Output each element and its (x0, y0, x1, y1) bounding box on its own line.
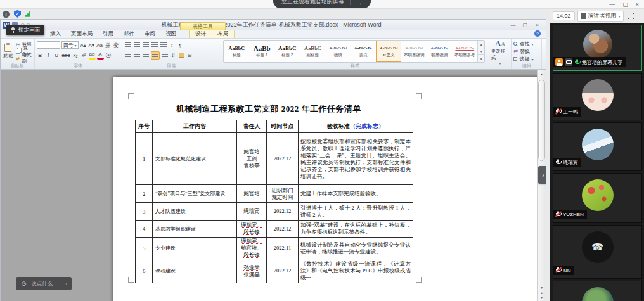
style-chip[interactable]: AaBbC标题 2 (274, 41, 300, 62)
align-left-button[interactable] (124, 51, 132, 60)
font-name-input[interactable] (37, 41, 60, 49)
align-right-button[interactable] (142, 51, 150, 60)
clipboard-group-label: 剪贴板 (3, 63, 32, 69)
highlight-color-button[interactable]: ab (89, 51, 96, 60)
justify-button[interactable] (151, 51, 160, 60)
shrink-font-button[interactable]: A▾ (88, 41, 95, 49)
find-button[interactable]: 查找▾ (513, 41, 539, 48)
collapse-chat-icon[interactable]: ‹ (65, 281, 67, 287)
sidebar-toggle-handle[interactable]: › (538, 166, 546, 184)
ribbon-tab[interactable]: 引用 (98, 30, 119, 38)
distribute-button[interactable] (161, 51, 169, 60)
participant-list: 鲍官培的屏幕共享王一鸣绳瑞宾YUZHEN☎lulu (550, 23, 644, 301)
bullets-button[interactable] (124, 41, 132, 49)
style-chip[interactable]: AaBbCcDc明显强调 (427, 41, 452, 62)
strikethrough-button[interactable]: abc (61, 51, 71, 60)
ribbon-tab[interactable]: 邮件 (119, 30, 139, 38)
style-chip[interactable]: AABbCcDo不明显参考 (452, 41, 477, 62)
select-button[interactable]: 选择▾ (513, 56, 539, 63)
style-chip[interactable]: AaBbC副标题 (300, 41, 325, 62)
page[interactable]: 机械制造工程系教工党支部 2022 年工作任务清单 序号 工作内容 责任人 时间… (113, 77, 543, 301)
underline-button[interactable]: U (53, 51, 60, 60)
style-chip[interactable]: AaBbCcDd↵正文 (376, 41, 401, 62)
decrease-indent-button[interactable] (151, 41, 158, 49)
shield-icon[interactable]: ✓ (14, 10, 21, 18)
format-painter-button[interactable]: 格式刷 (16, 55, 32, 61)
gallery-scroll-icon[interactable]: ▼ (478, 54, 484, 62)
change-styles-label-space (491, 65, 510, 69)
font-color-button[interactable]: A (97, 51, 104, 60)
cell-owners: 绳瑞宾 (237, 203, 267, 221)
bold-button[interactable]: B (37, 51, 44, 60)
gallery-scroll-icon[interactable]: ▼ (478, 48, 484, 54)
grow-font-button[interactable]: A▴ (80, 41, 87, 49)
style-chip[interactable]: AaBbCcDd强调 (325, 41, 351, 62)
word-close-button[interactable]: × (532, 22, 543, 29)
close-button[interactable]: × (636, 1, 639, 8)
increase-indent-button[interactable] (160, 41, 167, 49)
change-case-button[interactable]: Aa (96, 41, 103, 49)
subscript-button[interactable]: x₂ (72, 51, 79, 60)
chat-bar[interactable]: ☺ 说点什么... ‹ (16, 277, 72, 290)
owner-name: 绳瑞宾 (237, 208, 266, 215)
ribbon-context-tab[interactable]: 设计 (190, 30, 212, 38)
ribbon-tab[interactable]: 审阅 (139, 30, 160, 38)
scroll-bottom-buttons[interactable]: ▼●▼ (538, 286, 545, 300)
italic-button[interactable]: I (45, 51, 52, 60)
styles-gallery-scroll[interactable]: ▲▼▼ (477, 41, 484, 62)
minimize-button[interactable]: — (609, 1, 615, 8)
style-chip[interactable]: AaBbCcDc要点 (351, 41, 376, 62)
maximize-button[interactable]: ▢ (622, 1, 628, 8)
show-marks-button[interactable]: ¶ (177, 41, 184, 49)
change-styles-button[interactable]: AA 更改样式 ▾ (491, 40, 510, 65)
line-spacing-button[interactable]: ⇵ (170, 51, 177, 60)
word-maximize-button[interactable]: ▢ (520, 22, 531, 29)
cell-time: 2022.12 (267, 221, 299, 238)
ribbon-tab[interactable]: 插入 (45, 30, 66, 38)
help-icon[interactable]: ? (534, 30, 541, 37)
word-window-controls: — ▢ × (508, 22, 543, 29)
style-chip[interactable]: AaBbC标题 (224, 41, 249, 62)
style-chip[interactable]: AaBbCcDd不明显强调 (401, 41, 427, 62)
divider (350, 0, 351, 5)
editing-group: 查找▾ ⇄替换 选择▾ 编辑 (512, 39, 542, 69)
multilevel-list-button[interactable] (142, 41, 150, 49)
participant-tile[interactable]: YUZHEN (553, 173, 642, 223)
word-minimize-button[interactable]: — (508, 22, 518, 29)
participant-tile[interactable]: 王一鸣 (553, 73, 642, 120)
style-name: 标题 (233, 53, 241, 58)
enclose-char-button[interactable]: Ⓐ (105, 51, 112, 60)
shading-button[interactable] (178, 51, 185, 60)
mic-icon (555, 267, 561, 274)
lock-screen-tooltip[interactable]: 锁定画面 (6, 25, 44, 35)
collapse-banner-icon[interactable]: → (356, 0, 363, 6)
align-center-button[interactable] (133, 51, 141, 60)
info-icon[interactable]: i (3, 11, 10, 18)
scroll-up-icon[interactable]: ▲ (538, 70, 545, 78)
vertical-scrollbar[interactable]: ▲ ▼●▼ (537, 70, 546, 301)
paste-button[interactable]: 粘贴 (3, 40, 14, 63)
participant-tile[interactable]: 绳瑞宾 (553, 122, 642, 171)
participant-tile[interactable] (553, 281, 642, 301)
char-border-button[interactable]: 变 (113, 41, 120, 49)
participant-tile[interactable]: ☎lulu (553, 225, 642, 279)
emoji-icon[interactable]: ☺ (20, 280, 27, 287)
font-size-input[interactable]: 四号▾ (61, 41, 79, 49)
numbering-button[interactable] (133, 41, 141, 49)
replace-button[interactable]: ⇄替换 (513, 48, 539, 55)
style-chip[interactable]: AaBb标题 1 (249, 41, 274, 62)
ribbon-context-tab[interactable]: 布局 (212, 30, 234, 38)
gallery-scroll-icon[interactable]: ▲ (478, 41, 484, 48)
sort-button[interactable]: ↕ (169, 41, 176, 49)
superscript-button[interactable]: x² (80, 51, 87, 60)
view-mode-button[interactable]: 演讲者视图 ▾ (577, 11, 624, 22)
fullscreen-icon[interactable] (628, 13, 634, 19)
pinyin-guide-button[interactable]: 拼 (105, 41, 112, 49)
chat-input[interactable]: 说点什么... (31, 280, 57, 288)
borders-button[interactable]: ⊞ (186, 51, 193, 60)
ribbon-tab[interactable]: 视图 (160, 30, 181, 38)
network-signal-icon[interactable] (25, 11, 30, 17)
scroll-thumb[interactable] (538, 80, 545, 161)
ribbon-tab[interactable]: 页面布局 (66, 30, 98, 38)
participant-tile[interactable]: 鲍官培的屏幕共享 (553, 25, 642, 71)
